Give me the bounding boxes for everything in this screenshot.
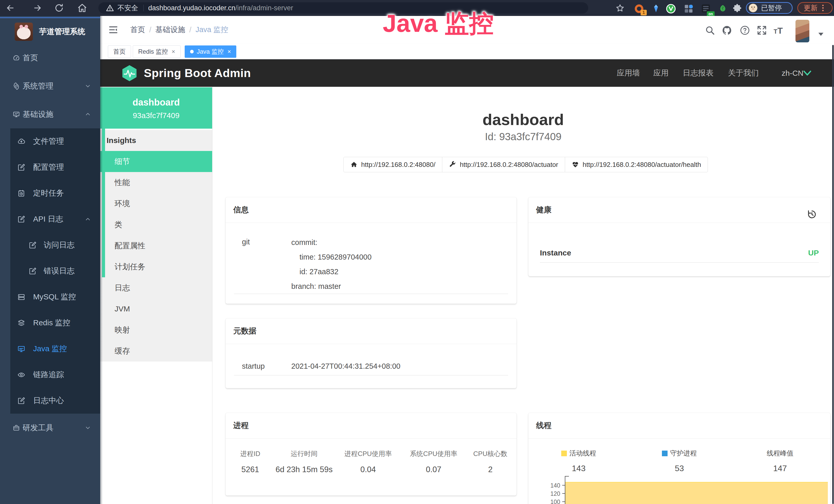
sidebar-item-label: 配置管理	[33, 162, 64, 173]
sba-item-config-props[interactable]: 配置属性	[100, 235, 212, 256]
sba-nav-wallboard[interactable]: 应用墙	[617, 59, 640, 87]
sidebar-item-redis-monitor[interactable]: Redis 监控	[0, 310, 100, 336]
sidebar-item-mysql-monitor[interactable]: MySQL 监控	[0, 284, 100, 310]
tab-redis-monitor[interactable]: Redis 监控 ×	[133, 45, 180, 58]
security-label[interactable]: 不安全	[117, 3, 138, 13]
sidebar-item-scheduled-task[interactable]: 定时任务	[0, 180, 100, 206]
app-logo-row[interactable]: 芋道管理系统	[0, 17, 100, 46]
edit-icon	[18, 164, 25, 171]
monitor-icon	[13, 111, 20, 118]
process-col-pid: 进程ID	[225, 449, 275, 458]
card-threads-title: 线程	[536, 420, 551, 431]
fullscreen-icon[interactable]	[757, 25, 767, 36]
search-icon[interactable]	[705, 25, 715, 36]
tab-close-icon[interactable]: ×	[227, 48, 231, 55]
tab-java-monitor[interactable]: Java 监控 ×	[185, 45, 236, 58]
sidebar-item-label: 链路追踪	[33, 369, 64, 380]
sidebar-item-infrastructure[interactable]: 基础设施	[0, 100, 100, 129]
extension-gem-icon[interactable]	[651, 4, 661, 13]
chevron-down-icon[interactable]	[803, 70, 812, 76]
sba-nav-about[interactable]: 关于我们	[728, 59, 759, 87]
sba-item-jvm[interactable]: JVM	[100, 298, 212, 319]
url-host[interactable]: dashboard.yudao.iocoder.cn	[148, 4, 235, 12]
sba-item-metrics[interactable]: 性能	[100, 172, 212, 193]
sba-instance-block[interactable]: dashboard 93a3fc7f7409	[100, 87, 212, 129]
sba-nav-applications[interactable]: 应用	[653, 59, 668, 87]
sidebar-item-api-log[interactable]: API 日志	[0, 206, 100, 232]
process-table-header: 进程ID 运行时间 进程CPU使用率 系统CPU使用率 CPU核心数	[225, 449, 517, 458]
sidebar-item-label: 基础设施	[23, 109, 53, 120]
sba-item-details[interactable]: 细节	[100, 151, 212, 172]
scrollbar-thumb[interactable]	[832, 45, 834, 504]
chart-ytick-120: 120	[545, 490, 560, 497]
bookmark-star-icon[interactable]	[615, 4, 625, 13]
sba-item-logs[interactable]: 日志	[100, 277, 212, 298]
extension-v-icon[interactable]	[666, 4, 676, 14]
instance-health-url-button[interactable]: http://192.168.0.2:48080/actuator/health	[565, 157, 708, 172]
hamburger-icon[interactable]	[109, 26, 118, 33]
chevron-down-icon	[85, 425, 91, 431]
extensions-puzzle-icon[interactable]	[732, 4, 742, 13]
git-commit-line: commit:	[291, 235, 372, 250]
browser-menu-dots-icon[interactable]	[822, 4, 824, 12]
sba-item-mappings[interactable]: 映射	[100, 319, 212, 340]
instance-home-url-button[interactable]: http://192.168.0.2:48080/	[344, 157, 442, 172]
github-icon[interactable]	[722, 25, 732, 36]
tab-close-icon[interactable]: ×	[172, 48, 175, 55]
sidebar-item-system[interactable]: 系统管理	[0, 72, 100, 100]
back-icon[interactable]	[5, 3, 15, 13]
profile-paused-button[interactable]: 已暂停	[746, 2, 793, 14]
wrench-icon	[449, 161, 456, 168]
url-path[interactable]: /infra/admin-server	[235, 4, 293, 12]
admin-sidebar: 芋道管理系统 首页 系统管理 基础设施 文件管理 配置管理	[0, 16, 100, 504]
extension-colorzilla-icon[interactable]: 1	[634, 4, 646, 14]
breadcrumb-home[interactable]: 首页	[130, 25, 145, 35]
process-val-proc-cpu: 0.04	[333, 465, 403, 474]
annotation-text: Java 监控	[383, 7, 494, 41]
home-icon	[350, 161, 357, 168]
instance-actuator-url-button[interactable]: http://192.168.0.2:48080/actuator	[442, 157, 565, 172]
task-icon	[18, 189, 25, 197]
breadcrumb-infra[interactable]: 基础设施	[155, 25, 185, 35]
history-icon[interactable]	[807, 209, 817, 220]
screen: 不安全 dashboard.yudao.iocoder.cn/infra/adm…	[0, 0, 834, 504]
sidebar-item-log-center[interactable]: 日志中心	[0, 388, 100, 414]
sba-item-scheduled-tasks[interactable]: 计划任务	[100, 256, 212, 277]
sidebar-item-file-manage[interactable]: 文件管理	[0, 129, 100, 154]
sba-item-environment[interactable]: 环境	[100, 193, 212, 214]
avatar[interactable]	[795, 20, 809, 42]
extension-leaf-icon[interactable]	[719, 4, 727, 13]
caret-down-icon[interactable]	[817, 32, 824, 37]
home-icon[interactable]	[77, 3, 87, 13]
sidebar-item-dev-tools[interactable]: 研发工具	[0, 414, 100, 442]
sba-item-caches[interactable]: 缓存	[100, 340, 212, 362]
extension-grid-icon[interactable]	[683, 4, 694, 14]
sba-item-classes[interactable]: 类	[100, 214, 212, 235]
paused-label: 已暂停	[761, 3, 782, 13]
update-browser-button[interactable]: 更新	[797, 2, 833, 14]
address-bar[interactable]: 不安全 dashboard.yudao.iocoder.cn/infra/adm…	[98, 2, 588, 14]
forward-icon[interactable]	[32, 3, 42, 13]
text-size-icon[interactable]: TT	[774, 26, 789, 36]
extension-tampermonkey-icon[interactable]: on	[700, 4, 713, 15]
app-title: 芋道管理系统	[39, 26, 85, 37]
sidebar-item-error-log[interactable]: 错误日志	[0, 258, 100, 284]
sidebar-item-trace[interactable]: 链路追踪	[0, 362, 100, 388]
chart-tick-mark	[562, 501, 565, 502]
reload-icon[interactable]	[54, 3, 64, 13]
sidebar-item-home[interactable]: 首页	[0, 44, 100, 72]
sidebar-item-config-manage[interactable]: 配置管理	[0, 154, 100, 180]
threads-chart: 140 120 100	[528, 476, 830, 504]
sidebar-item-access-log[interactable]: 访问日志	[0, 232, 100, 258]
process-val-pid: 5261	[225, 465, 275, 474]
sidebar-item-java-monitor[interactable]: Java 监控	[0, 336, 100, 362]
sba-locale-select[interactable]: zh-CN	[782, 59, 804, 87]
sba-active-group-bar	[102, 129, 105, 277]
chart-tick-mark	[562, 485, 565, 485]
sba-brand-title[interactable]: Spring Boot Admin	[144, 59, 251, 87]
tab-home[interactable]: 首页	[108, 45, 131, 58]
card-info: 信息 git commit: time: 1596289704000 id: 2…	[225, 197, 517, 304]
help-icon[interactable]	[740, 25, 750, 36]
sba-nav-journal[interactable]: 日志报表	[683, 59, 714, 87]
process-table-values: 5261 6d 23h 15m 59s 0.04 0.07 2	[225, 465, 517, 474]
